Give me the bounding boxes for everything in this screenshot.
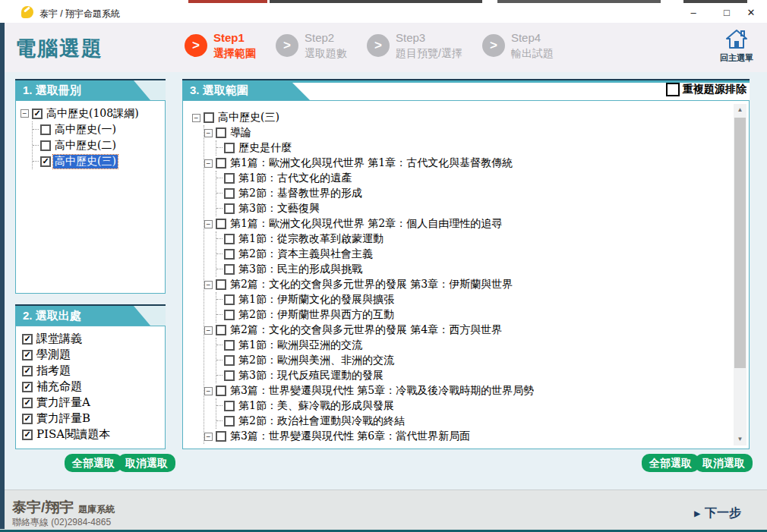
checkbox-checked[interactable]: ✓ — [22, 366, 33, 376]
scroll-down-icon[interactable]: ▼ — [734, 433, 746, 445]
checkbox-unchecked[interactable] — [224, 294, 235, 305]
checkbox-unchecked[interactable] — [224, 355, 235, 366]
step-step2: >Step2選取題數 — [276, 30, 347, 61]
checkbox-checked[interactable]: ✓ — [32, 109, 43, 119]
checkbox-unchecked[interactable] — [224, 203, 235, 214]
checkbox-unchecked[interactable] — [224, 416, 235, 427]
tree-node-label[interactable]: 第1節：伊斯蘭文化的發展與擴張 — [237, 293, 396, 307]
tree-node-label[interactable]: 高中歷史(三) — [216, 111, 281, 124]
panel2-select-all-button[interactable]: 全部選取 — [65, 454, 122, 472]
checkbox-unchecked[interactable] — [224, 264, 235, 275]
checkbox-unchecked[interactable] — [224, 249, 235, 260]
tree-node-label[interactable]: 第1節：古代文化的遺產 — [237, 172, 353, 185]
minimize-button[interactable]: – — [680, 3, 706, 23]
panel2-deselect-button[interactable]: 取消選取 — [118, 454, 175, 472]
checkbox-unchecked[interactable] — [216, 219, 226, 229]
collapse-toggle-icon[interactable]: − — [204, 220, 213, 228]
checkbox-unchecked[interactable] — [224, 340, 235, 351]
checkbox-checked[interactable]: ✓ — [22, 350, 33, 360]
page-title: 電腦選題 — [15, 35, 103, 62]
panel3-deselect-button[interactable]: 取消選取 — [695, 454, 753, 472]
checkbox-unchecked[interactable] — [224, 234, 235, 244]
tree-node-label[interactable]: 第2節：伊斯蘭世界與西方的互動 — [237, 308, 396, 322]
close-button[interactable]: ✕ — [738, 3, 764, 23]
tree-node-label[interactable]: 第1節：歐洲與亞洲的交流 — [237, 338, 364, 352]
scrollbar[interactable]: ▲ ▼ — [734, 104, 746, 445]
tree-node-label[interactable]: 第1節：美、蘇冷戰的形成與發展 — [237, 399, 396, 413]
source-item[interactable]: ✓指考題 — [22, 363, 112, 379]
tree-node-label[interactable]: 第2篇：文化的交會與多元世界的發展 第4章：西方與世界 — [229, 323, 503, 337]
collapse-toggle-icon[interactable]: − — [204, 129, 213, 137]
tree-node-label[interactable]: 第2節：資本主義與社會主義 — [237, 247, 374, 261]
panel3-select-all-button[interactable]: 全部選取 — [642, 454, 699, 472]
source-item[interactable]: ✓補充命題 — [22, 379, 112, 395]
source-item[interactable]: ✓實力評量B — [22, 411, 112, 427]
tree-node-label[interactable]: 第2篇：文化的交會與多元世界的發展 第3章：伊斯蘭與世界 — [229, 278, 514, 291]
collapse-toggle-icon[interactable]: − — [204, 433, 213, 441]
checkbox-unchecked[interactable] — [216, 279, 226, 290]
source-item[interactable]: ✓實力評量A — [22, 395, 112, 411]
dedupe-checkbox[interactable] — [666, 83, 680, 96]
collapse-toggle-icon[interactable]: − — [204, 387, 213, 395]
collapse-toggle-icon[interactable]: − — [192, 114, 200, 122]
tree-node-label[interactable]: 第1篇：歐洲文化與現代世界 第2章：個人自由理性的追尋 — [229, 217, 503, 231]
tree-node-label[interactable]: 第1節：從宗教改革到啟蒙運動 — [237, 232, 385, 246]
scrollbar-thumb[interactable] — [734, 118, 746, 368]
source-label: 學測題 — [35, 348, 72, 362]
source-item[interactable]: ✓學測題 — [22, 347, 112, 363]
tree-node-label[interactable]: 第3節：文藝復興 — [237, 202, 321, 216]
tree-node-label[interactable]: 高中歷史(一) — [53, 123, 118, 137]
home-button[interactable]: 回主選單 — [717, 29, 756, 64]
tree-node-label[interactable]: 第3篇：世界變遷與現代性 第5章：冷戰及後冷戰時期的世界局勢 — [229, 384, 535, 398]
step-name: Step1 — [213, 31, 245, 44]
source-item[interactable]: ✓課堂講義 — [22, 331, 112, 347]
checkbox-checked[interactable]: ✓ — [22, 430, 33, 440]
tree-node-label[interactable]: 第1篇：歐洲文化與現代世界 第1章：古代文化與基督教傳統 — [229, 156, 514, 170]
checkbox-checked[interactable]: ✓ — [22, 398, 33, 408]
tree-node-label[interactable]: 高中歷史(三) — [53, 155, 118, 168]
tree-node-label[interactable]: 導論 — [229, 126, 253, 140]
checkbox-unchecked[interactable] — [204, 112, 214, 123]
tree-node-label[interactable]: 高中歷史(二) — [53, 139, 118, 153]
checkbox-unchecked[interactable] — [216, 158, 226, 168]
tree-connector — [216, 314, 223, 316]
checkbox-unchecked[interactable] — [216, 127, 226, 138]
tree-node-label[interactable]: 第3節：現代反殖民運動的發展 — [237, 369, 385, 382]
tree-node-label[interactable]: 第2節：政治社會運動與冷戰的終結 — [237, 414, 406, 428]
checkbox-unchecked[interactable] — [224, 401, 235, 411]
tree-row: 第2節：伊斯蘭世界與西方的互動 — [216, 307, 732, 323]
tree-node-label[interactable]: 第2節：基督教世界的形成 — [237, 187, 364, 200]
checkbox-unchecked[interactable] — [40, 140, 51, 151]
checkbox-checked[interactable]: ✓ — [22, 334, 33, 345]
checkbox-checked[interactable]: ✓ — [22, 414, 33, 424]
checkbox-unchecked[interactable] — [216, 386, 226, 396]
tree-node-label[interactable]: 第2節：歐洲與美洲、非洲的交流 — [237, 354, 396, 367]
tree-row: 高中歷史(一) — [33, 121, 162, 137]
checkbox-checked[interactable]: ✓ — [40, 156, 51, 167]
checkbox-unchecked[interactable] — [224, 188, 235, 199]
tree-row: 第2節：基督教世界的形成 — [216, 186, 732, 201]
checkbox-unchecked[interactable] — [216, 431, 226, 442]
collapse-toggle-icon[interactable]: − — [204, 159, 213, 168]
tree-node-label[interactable]: 第3篇：世界變遷與現代性 第6章：當代世界新局面 — [229, 430, 472, 443]
collapse-toggle-icon[interactable]: − — [21, 109, 29, 118]
checkbox-unchecked[interactable] — [224, 143, 235, 153]
next-step-button[interactable]: ▶ 下一步 — [694, 505, 741, 521]
tree-node-label[interactable]: 第3節：民主的形成與挑戰 — [237, 263, 364, 276]
scroll-up-icon[interactable]: ▲ — [734, 104, 746, 116]
collapse-toggle-icon[interactable]: − — [204, 326, 213, 335]
tree-node-label[interactable]: 歷史是什麼 — [237, 141, 293, 155]
dedupe-checkbox-row[interactable]: 重複題源排除 — [666, 83, 746, 96]
tree-children: 第1節：從宗教改革到啟蒙運動第2節：資本主義與社會主義第3節：民主的形成與挑戰 — [216, 231, 732, 277]
window-title: 泰宇 / 翔宇命題系統 — [39, 8, 120, 20]
checkbox-unchecked[interactable] — [216, 325, 226, 335]
maximize-button[interactable]: □ — [714, 3, 740, 23]
checkbox-unchecked[interactable] — [224, 370, 235, 381]
tree-node-label[interactable]: 高中歷史(108課綱) — [45, 107, 140, 121]
source-item[interactable]: ✓PISA閱讀題本 — [22, 427, 112, 442]
checkbox-unchecked[interactable] — [224, 310, 235, 320]
checkbox-checked[interactable]: ✓ — [22, 382, 33, 392]
checkbox-unchecked[interactable] — [224, 173, 235, 184]
checkbox-unchecked[interactable] — [40, 124, 51, 135]
collapse-toggle-icon[interactable]: − — [204, 281, 213, 289]
